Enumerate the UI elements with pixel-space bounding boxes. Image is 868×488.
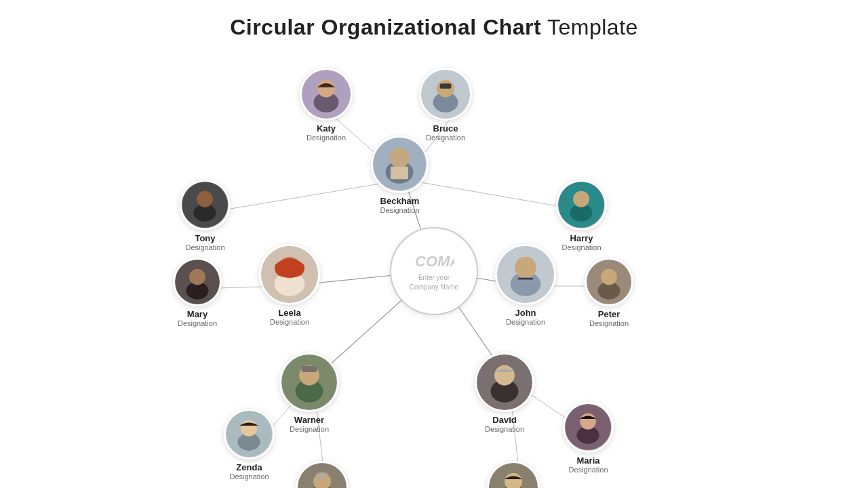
label-zenda: Zenda Designation: [229, 462, 269, 481]
svg-text:COMA: COMA: [415, 253, 454, 270]
avatar-peter: [585, 258, 633, 306]
svg-point-29: [197, 191, 213, 207]
label-mary: Mary Designation: [178, 309, 217, 327]
svg-point-56: [316, 472, 328, 479]
node-beckham: Beckham Designation: [371, 136, 429, 214]
node-david: David Designation: [475, 352, 534, 433]
svg-point-62: [580, 413, 596, 430]
svg-point-32: [573, 191, 589, 207]
svg-line-8: [405, 180, 574, 209]
label-harry: Harry Designation: [561, 233, 601, 251]
avatar-zenda: [224, 409, 275, 460]
title-bold: Circular Organizational Chart: [230, 15, 541, 39]
node-bruce: Bruce Designation: [419, 68, 472, 142]
avatar-john: [495, 244, 556, 305]
node-harry: Harry Designation: [556, 180, 607, 251]
node-zenda: Zenda Designation: [224, 409, 275, 481]
node-leela: Leela Designation: [259, 244, 320, 326]
avatar-bruce: [419, 68, 472, 121]
avatar-mary: [173, 258, 222, 306]
company-circle: COMA Enter yourCompany Name: [390, 227, 478, 315]
label-warner: Warner Designation: [290, 415, 329, 433]
svg-point-22: [317, 80, 335, 98]
svg-point-52: [241, 420, 257, 436]
label-david: David Designation: [485, 415, 524, 433]
avatar-leela: [259, 244, 320, 305]
avatar-warner: [279, 352, 339, 412]
svg-point-18: [389, 148, 410, 168]
svg-rect-19: [391, 167, 408, 180]
svg-point-38: [189, 269, 205, 285]
node-warner: Warner Designation: [279, 352, 339, 433]
svg-point-59: [494, 365, 515, 386]
svg-point-45: [601, 269, 617, 285]
node-katy: Katy Designation: [300, 68, 353, 142]
label-beckham: Beckham Designation: [380, 196, 419, 214]
avatar-maria: [563, 402, 614, 453]
avatar-beckham: [371, 136, 429, 193]
node-john: John Designation: [495, 244, 556, 326]
node-yiming: Yi Ming Designation: [487, 461, 540, 488]
avatar-josef: [296, 461, 349, 488]
label-john: John Designation: [506, 308, 545, 326]
chart-area: COMA Enter yourCompany Name Beckham Desi…: [0, 47, 868, 488]
avatar-katy: [300, 68, 353, 121]
title-light: Template: [541, 15, 638, 39]
svg-rect-49: [302, 366, 317, 372]
label-maria: Maria Designation: [568, 455, 608, 474]
svg-point-41: [515, 257, 536, 279]
svg-rect-26: [440, 83, 452, 88]
avatar-tony: [180, 180, 231, 230]
node-mary: Mary Designation: [173, 258, 222, 327]
page-title: Circular Organizational Chart Template: [0, 0, 868, 40]
node-peter: Peter Designation: [585, 258, 633, 327]
label-tony: Tony Designation: [185, 233, 224, 251]
avatar-yiming: [487, 461, 540, 488]
node-maria: Maria Designation: [563, 402, 614, 474]
center-node: COMA Enter yourCompany Name: [390, 227, 478, 315]
label-bruce: Bruce Designation: [426, 123, 465, 142]
node-josef: Josef Designation: [296, 461, 349, 488]
label-peter: Peter Designation: [589, 309, 629, 327]
node-tony: Tony Designation: [180, 180, 231, 251]
avatar-harry: [556, 180, 607, 230]
label-leela: Leela Designation: [270, 308, 309, 326]
avatar-david: [475, 352, 534, 412]
company-name-text[interactable]: Enter yourCompany Name: [410, 273, 458, 292]
label-katy: Katy Designation: [307, 123, 346, 142]
svg-rect-42: [518, 278, 533, 280]
